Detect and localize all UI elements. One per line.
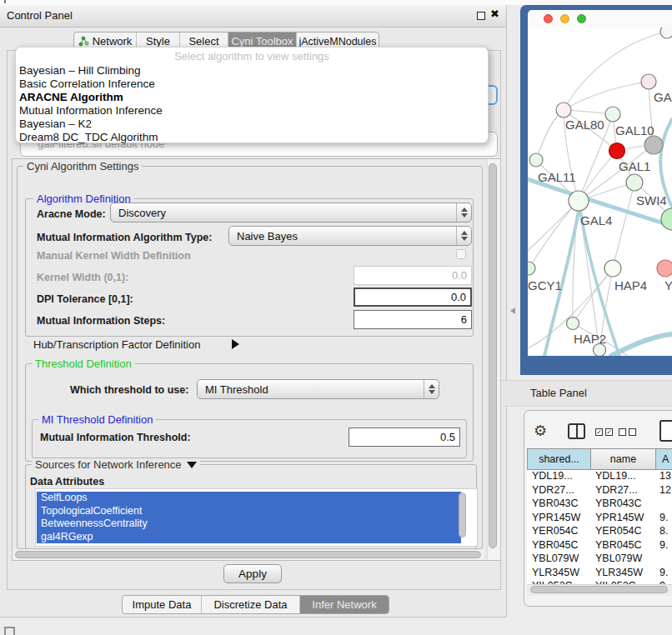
deselect-all-columns-icon-2[interactable]	[629, 428, 636, 436]
stepper-icon	[456, 227, 471, 245]
node-gal11[interactable]	[529, 153, 543, 167]
table-hscrollbar[interactable]	[530, 586, 668, 593]
node-gray[interactable]	[644, 136, 663, 154]
node-label: HAP2	[574, 332, 606, 346]
splitpane-collapse-icon[interactable]	[510, 308, 515, 314]
new-table-icon[interactable]	[659, 420, 672, 442]
node-gcy1[interactable]	[528, 262, 535, 275]
close-window-icon[interactable]	[544, 14, 553, 23]
cell: YER054C	[591, 525, 656, 539]
network-window-titlebar[interactable]	[528, 10, 672, 28]
kernel-width-label: Kernel Width (0,1):	[37, 272, 128, 283]
node-label: SWI4	[636, 193, 667, 208]
apply-button[interactable]: Apply	[223, 564, 282, 583]
threshold-definition-title: Threshold Definition	[32, 358, 135, 370]
network-icon	[78, 36, 89, 47]
node-gal80[interactable]	[556, 102, 571, 118]
list-item-selected[interactable]: SelfLoops	[37, 492, 461, 505]
cell: YLR345W	[527, 567, 591, 581]
manual-kernel-width-checkbox[interactable]	[456, 249, 466, 259]
kernel-width-field[interactable]: 0.0	[354, 266, 472, 285]
list-item-selected[interactable]: gal4RGexp	[37, 531, 461, 544]
hub-definition-toggle[interactable]: Hub/Transcription Factor Definition	[33, 338, 200, 351]
table-row[interactable]: YDR27...YDR27...12	[527, 484, 672, 498]
column-header-name[interactable]: name	[590, 448, 656, 470]
aracne-mode-value: Discovery	[111, 207, 456, 219]
close-panel-icon[interactable]: ✖	[490, 8, 499, 20]
node-swi4[interactable]	[661, 208, 672, 230]
tab-impute-data[interactable]: Impute Data	[123, 596, 201, 613]
list-item-selected[interactable]: TopologicalCoefficient	[37, 505, 461, 518]
mi-algorithm-type-combobox[interactable]: Naive Bayes	[228, 226, 472, 246]
column-header-shared-name[interactable]: shared...	[527, 448, 591, 470]
dpi-tolerance-field[interactable]: 0.0	[354, 288, 472, 307]
table-row[interactable]: YLR345WYLR345W9.	[527, 567, 672, 581]
node-hap2[interactable]	[567, 318, 579, 330]
node-gal-partial[interactable]	[641, 74, 656, 89]
network-canvas[interactable]: GAL GAL80 GAL10 GAL1 GAL11 SWI4 GAL4 GCY…	[528, 28, 672, 356]
table-row[interactable]: YBR043CYBR043C	[527, 498, 672, 512]
node-label: Y	[664, 278, 672, 292]
table-row[interactable]: YBL079WYBL079W	[527, 552, 672, 567]
table-row[interactable]: YDL19...YDL19...13	[527, 470, 672, 484]
algorithm-option-selected[interactable]: ARACNE Algorithm	[19, 91, 123, 103]
node-hap4[interactable]	[604, 260, 621, 277]
dpi-tolerance-label: DPI Tolerance [0,1]:	[37, 293, 133, 305]
node-label: HAP4	[614, 278, 647, 292]
minimize-window-icon[interactable]	[560, 14, 569, 23]
float-panel-icon[interactable]	[477, 12, 485, 20]
node-label: GAL4	[580, 213, 612, 228]
select-all-columns-icon[interactable]: ✓	[595, 428, 603, 436]
settings-hscrollbar[interactable]	[15, 551, 481, 558]
mi-steps-field[interactable]: 6	[354, 310, 472, 329]
settings-vscrollbar[interactable]	[489, 163, 497, 548]
split-columns-icon[interactable]	[568, 423, 585, 439]
tab-jactivemnodules-label: jActiveMNodules	[298, 36, 376, 48]
manual-kernel-width-label: Manual Kernel Width Definition	[37, 250, 191, 262]
list-vertical-scrollbar[interactable]	[459, 492, 466, 538]
table-row[interactable]: YPR145WYPR145W9.	[527, 512, 672, 526]
zoom-window-icon[interactable]	[577, 14, 586, 23]
algorithm-option[interactable]: Bayesian – Hill Climbing	[19, 64, 141, 77]
top-tick	[4, 0, 6, 3]
node-gal1[interactable]	[626, 174, 643, 191]
algorithm-option[interactable]: Basic Correlation Inference	[19, 78, 155, 90]
table-row[interactable]: YER054CYER054C8.	[527, 525, 672, 539]
cell: 8.	[656, 525, 672, 539]
table-panel-title: Table Panel	[530, 380, 587, 407]
cell: YBL079W	[527, 552, 591, 567]
table-settings-gear-icon[interactable]: ⚙	[534, 422, 547, 439]
which-threshold-combobox[interactable]: MI Threshold	[197, 379, 439, 399]
table-row[interactable]: YBR045CYBR045C9.	[527, 539, 672, 553]
node-gal10[interactable]	[605, 107, 620, 122]
algorithm-option[interactable]: Dream8 DC_TDC Algorithm	[19, 131, 158, 143]
column-header-label: shared...	[539, 453, 579, 465]
tab-network-label: Network	[93, 35, 133, 48]
node-unlabeled-top[interactable]	[660, 28, 672, 38]
data-attributes-list[interactable]: SelfLoops TopologicalCoefficient Between…	[35, 488, 478, 547]
collapse-down-icon[interactable]	[187, 462, 197, 468]
node-salmon[interactable]	[657, 260, 672, 277]
node-label: GAL	[654, 90, 672, 104]
deselect-all-columns-icon[interactable]	[619, 428, 626, 436]
expand-right-icon[interactable]	[232, 339, 239, 349]
algorithm-option[interactable]: Mutual Information Inference	[19, 104, 163, 117]
node-selected-red[interactable]	[609, 143, 625, 159]
control-panel-titlebar	[0, 5, 506, 28]
cell: YBL079W	[591, 552, 656, 567]
algorithm-dropdown-popup: Select algorithm to view settings Bayesi…	[15, 47, 489, 143]
aracne-mode-combobox[interactable]: Discovery	[110, 202, 472, 222]
tab-infer-network[interactable]: Infer Network	[299, 596, 389, 613]
node-gal4[interactable]	[569, 191, 589, 211]
control-panel-title: Control Panel	[7, 5, 73, 27]
tab-impute-data-label: Impute Data	[133, 598, 192, 611]
column-header-partial[interactable]: A	[655, 448, 672, 470]
list-item-selected[interactable]: BetweennessCentrality	[37, 518, 461, 531]
sources-group-title[interactable]: Sources for Network Inference	[32, 458, 200, 471]
minimized-panel-icon[interactable]	[4, 627, 15, 635]
tab-discretize-data[interactable]: Discretize Data	[201, 596, 299, 613]
mi-threshold-field[interactable]: 0.5	[349, 428, 460, 447]
network-view-window: GAL GAL80 GAL10 GAL1 GAL11 SWI4 GAL4 GCY…	[520, 5, 672, 375]
select-all-columns-icon-2[interactable]: ✓	[605, 428, 613, 436]
algorithm-option[interactable]: Bayesian – K2	[19, 118, 92, 130]
